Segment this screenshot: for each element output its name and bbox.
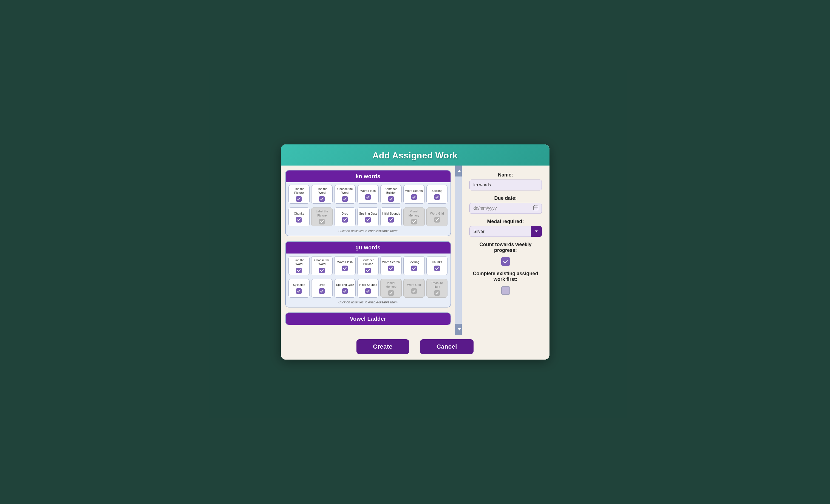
activity-item[interactable]: Chunks — [426, 256, 448, 275]
activity-item[interactable]: Choose the Word — [311, 256, 332, 275]
activity-label: Find the Picture — [290, 187, 309, 195]
activity-label: Choose the Word — [313, 258, 331, 266]
activity-checkbox — [319, 219, 325, 225]
activity-checkbox — [319, 268, 325, 273]
activity-item[interactable]: Spelling Quiz — [357, 207, 379, 226]
activity-label: Sentence Builder — [359, 258, 377, 266]
weekly-progress-checkbox[interactable] — [501, 257, 510, 266]
activity-checkbox — [388, 266, 394, 271]
activity-label: Spelling Quiz — [336, 283, 354, 287]
activity-item[interactable]: Visual Memory — [380, 279, 402, 298]
activity-checkbox — [296, 268, 301, 273]
activity-checkbox — [411, 288, 417, 294]
name-input[interactable] — [470, 179, 542, 191]
activity-item[interactable]: Sentence Builder — [380, 185, 402, 204]
activity-label: Spelling — [409, 260, 419, 264]
modal-body: kn wordsFind the PictureFind the WordCho… — [281, 166, 549, 335]
activity-item[interactable]: Find the Picture — [288, 185, 310, 204]
activity-checkbox — [342, 196, 348, 202]
complete-existing-checkbox[interactable] — [501, 286, 510, 295]
word-set-card-gu-words: gu wordsFind the WordChoose the WordWord… — [285, 241, 451, 307]
activity-checkbox — [411, 266, 417, 271]
activity-checkbox — [434, 290, 440, 296]
activities-hint: Click on activities to enable/disable th… — [286, 299, 450, 307]
left-panel[interactable]: kn wordsFind the PictureFind the WordCho… — [281, 166, 455, 335]
activity-checkbox — [319, 196, 325, 202]
activity-checkbox — [342, 288, 348, 294]
activity-label: Drop — [342, 211, 348, 215]
medal-field-group: Medal required: Bronze Silver Gold — [470, 219, 542, 237]
date-input-wrapper — [470, 203, 542, 214]
modal-title: Add Assigned Work — [289, 150, 541, 161]
activity-item[interactable]: Initial Sounds — [357, 279, 379, 298]
activity-label: Initial Sounds — [359, 283, 377, 287]
svg-marker-0 — [458, 170, 461, 172]
activity-label: Find the Word — [313, 187, 331, 195]
weekly-progress-label: Count towards weekly progress: — [470, 242, 542, 253]
vowel-ladder-card: Vowel Ladder — [285, 312, 451, 325]
activity-checkbox — [365, 194, 371, 200]
complete-existing-group: Complete existing assigned work first: — [470, 271, 542, 295]
activity-item[interactable]: Choose the Word — [334, 185, 356, 204]
activity-item[interactable]: Sentence Builder — [357, 256, 379, 275]
weekly-progress-group: Count towards weekly progress: — [470, 242, 542, 266]
activity-item[interactable]: Label the Picture — [311, 207, 332, 226]
right-panel: Name: Due date: — [462, 166, 549, 335]
activity-checkbox — [434, 217, 440, 223]
activity-checkbox — [342, 217, 348, 223]
activity-item[interactable]: Find the Word — [311, 185, 332, 204]
activity-label: Label the Picture — [313, 209, 331, 217]
activity-checkbox — [411, 219, 417, 225]
activity-item[interactable]: Word Flash — [357, 185, 379, 204]
activity-label: Word Search — [405, 189, 423, 193]
activity-item[interactable]: Word Grid — [426, 207, 448, 226]
activities-hint: Click on activities to enable/disable th… — [286, 228, 450, 236]
activity-label: Visual Memory — [382, 281, 400, 289]
activity-label: Choose the Word — [336, 187, 354, 195]
activity-item[interactable]: Initial Sounds — [380, 207, 402, 226]
activity-item[interactable]: Word Flash — [334, 256, 356, 275]
modal-dialog: Add Assigned Work kn wordsFind the Pictu… — [281, 144, 549, 360]
create-button[interactable]: Create — [356, 339, 409, 354]
activity-item[interactable]: Find the Word — [288, 256, 310, 275]
medal-select-wrapper: Bronze Silver Gold — [470, 226, 542, 237]
activity-checkbox — [342, 266, 348, 271]
activity-item[interactable]: Chunks — [288, 207, 310, 226]
due-date-field-group: Due date: — [470, 195, 542, 214]
complete-existing-label: Complete existing assigned work first: — [470, 271, 542, 282]
activity-item[interactable]: Visual Memory — [403, 207, 425, 226]
activity-item[interactable]: Drop — [334, 207, 356, 226]
activity-label: Drop — [319, 283, 325, 287]
activity-label: Visual Memory — [405, 209, 423, 217]
activity-label: Treasure Hunt — [428, 281, 446, 289]
activity-checkbox — [388, 217, 394, 223]
activity-checkbox — [434, 266, 440, 271]
activity-checkbox — [319, 288, 325, 294]
name-label: Name: — [470, 172, 542, 178]
medal-select[interactable]: Bronze Silver Gold — [470, 226, 542, 237]
activity-label: Word Grid — [407, 283, 421, 287]
activity-label: Spelling Quiz — [359, 211, 377, 215]
activity-label: Word Flash — [360, 189, 376, 193]
activity-item[interactable]: Word Grid — [403, 279, 425, 298]
activity-label: Spelling — [432, 189, 442, 193]
activity-checkbox — [388, 290, 394, 296]
activity-checkbox — [296, 196, 301, 202]
modal-overlay: Add Assigned Work kn wordsFind the Pictu… — [0, 0, 830, 504]
activity-item[interactable]: Spelling — [426, 185, 448, 204]
activity-label: Sentence Builder — [382, 187, 400, 195]
activity-item[interactable]: Spelling Quiz — [334, 279, 356, 298]
activity-item[interactable]: Spelling — [403, 256, 425, 275]
modal-header: Add Assigned Work — [281, 144, 549, 166]
cancel-button[interactable]: Cancel — [420, 339, 474, 354]
activity-item[interactable]: Treasure Hunt — [426, 279, 448, 298]
word-set-header-gu-words: gu words — [286, 242, 450, 254]
due-date-input[interactable] — [470, 203, 542, 214]
activity-label: Word Grid — [430, 211, 444, 215]
activity-item[interactable]: Syllables — [288, 279, 310, 298]
activity-checkbox — [434, 194, 440, 200]
activity-item[interactable]: Word Search — [403, 185, 425, 204]
activity-item[interactable]: Drop — [311, 279, 332, 298]
due-date-label: Due date: — [470, 195, 542, 201]
activity-item[interactable]: Word Search — [380, 256, 402, 275]
